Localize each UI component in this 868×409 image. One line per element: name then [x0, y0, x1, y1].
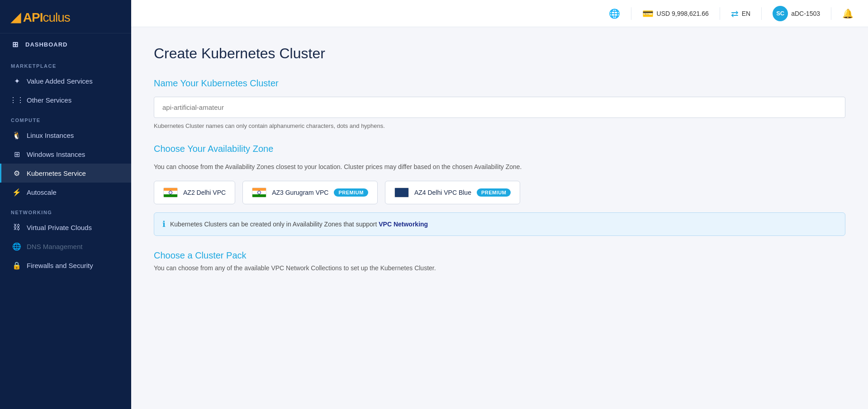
info-icon: ℹ [162, 219, 166, 229]
az2-name: AZ2 Delhi VPC [183, 189, 226, 196]
virtual-private-clouds-label: Virtual Private Clouds [27, 224, 92, 231]
compute-section-label: COMPUTE [0, 109, 131, 126]
dashboard-label: DASHBOARD [25, 41, 68, 48]
sidebar-item-autoscale[interactable]: ⚡ Autoscale [0, 183, 131, 202]
premium-badge-az3: PREMIUM [334, 188, 368, 197]
az-card-delhi-blue[interactable]: AZ4 Delhi VPC Blue PREMIUM [385, 181, 521, 204]
name-hint: Kubernetes Cluster names can only contai… [154, 122, 845, 129]
sidebar: ◢ APIculus ⊞ DASHBOARD MARKETPLACE ✦ Val… [0, 0, 131, 409]
sidebar-item-kubernetes-service[interactable]: ⚙ Kubernetes Service [0, 164, 131, 183]
translate-icon: ⇄ [731, 8, 739, 19]
blue-flag-az4 [394, 188, 409, 197]
page-title: Create Kubernetes Cluster [154, 45, 845, 62]
linux-instances-label: Linux Instances [27, 132, 74, 139]
az4-name: AZ4 Delhi VPC Blue [414, 189, 471, 196]
az3-name: AZ3 Gurugram VPC [272, 189, 328, 196]
currency-item[interactable]: 💳 USD 9,998,621.66 [642, 8, 709, 19]
vpc-info-box: ℹ Kubernetes Clusters can be created onl… [154, 212, 845, 236]
windows-instances-label: Windows Instances [27, 150, 85, 158]
sidebar-item-value-added-services[interactable]: ✦ Value Added Services [0, 71, 131, 90]
az-card-gurugram[interactable]: AZ3 Gurugram VPC PREMIUM [242, 181, 378, 204]
app-logo: ◢ APIculus [11, 10, 70, 25]
linux-icon: 🐧 [12, 131, 21, 140]
windows-icon: ⊞ [12, 150, 21, 159]
logo-icon: ◢ [11, 10, 20, 24]
flag-stripe-mid [164, 191, 177, 194]
sidebar-item-virtual-private-clouds[interactable]: ⛓ Virtual Private Clouds [0, 218, 131, 237]
topbar-divider-1 [631, 7, 631, 20]
language-value: EN [742, 10, 750, 17]
globe-item[interactable]: 🌐 [609, 8, 620, 19]
topbar-divider-3 [761, 7, 762, 20]
sidebar-item-other-services[interactable]: ⋮⋮ Other Services [0, 90, 131, 109]
vpc-info-static: Kubernetes Clusters can be created only … [170, 221, 377, 228]
ashoka-chakra [169, 191, 172, 194]
sidebar-item-dashboard[interactable]: ⊞ DASHBOARD [0, 33, 131, 55]
marketplace-section-label: MARKETPLACE [0, 55, 131, 71]
flag-stripe-bot [252, 194, 266, 197]
autoscale-icon: ⚡ [12, 188, 21, 197]
topbar-divider-4 [831, 7, 831, 20]
logo-suffix: culus [43, 10, 70, 24]
vpc-networking-link[interactable]: VPC Networking [379, 221, 428, 228]
cluster-pack-title: Choose a Cluster Pack [154, 250, 845, 261]
dns-icon: 🌐 [12, 242, 21, 251]
vpc-info-text: Kubernetes Clusters can be created only … [170, 221, 428, 228]
topbar-divider-2 [720, 7, 720, 20]
logo-area: ◢ APIculus [0, 0, 131, 33]
globe-icon: 🌐 [609, 8, 620, 19]
india-flag-az2 [163, 188, 178, 197]
other-services-label: Other Services [27, 96, 71, 104]
az-description: You can choose from the Availability Zon… [154, 162, 845, 172]
kubernetes-service-label: Kubernetes Service [27, 169, 86, 177]
india-flag-az3 [252, 188, 266, 197]
dns-management-label: DNS Management [27, 243, 82, 250]
vpc-icon: ⛓ [12, 223, 21, 232]
firewalls-label: Firewalls and Security [27, 262, 93, 269]
notification-bell-icon[interactable]: 🔔 [842, 8, 854, 19]
topbar: 🌐 💳 USD 9,998,621.66 ⇄ EN SC aDC-1503 🔔 [131, 0, 868, 27]
currency-value: USD 9,998,621.66 [657, 10, 709, 17]
kubernetes-icon: ⚙ [12, 169, 21, 178]
user-label: aDC-1503 [791, 10, 820, 17]
dashboard-icon: ⊞ [11, 40, 20, 49]
logo-prefix: API [23, 10, 43, 24]
networking-section-label: NETWORKING [0, 202, 131, 218]
az-section-title: Choose Your Availability Zone [154, 144, 845, 154]
az-card-list: AZ2 Delhi VPC AZ3 Gurugram VPC PREMIUM A… [154, 181, 845, 204]
flag-stripe-mid [252, 191, 266, 194]
wallet-icon: 💳 [642, 8, 654, 19]
az-card-delhi[interactable]: AZ2 Delhi VPC [154, 181, 235, 204]
ashoka-chakra [257, 191, 261, 194]
main-content: Create Kubernetes Cluster Name Your Kube… [131, 27, 868, 409]
language-item[interactable]: ⇄ EN [731, 8, 750, 19]
avatar: SC [773, 6, 788, 21]
value-added-services-label: Value Added Services [27, 77, 93, 85]
sidebar-item-linux-instances[interactable]: 🐧 Linux Instances [0, 126, 131, 145]
sidebar-item-firewalls-and-security[interactable]: 🔒 Firewalls and Security [0, 256, 131, 275]
premium-badge-az4: PREMIUM [477, 188, 511, 197]
main-area: 🌐 💳 USD 9,998,621.66 ⇄ EN SC aDC-1503 🔔 … [131, 0, 868, 409]
value-added-services-icon: ✦ [12, 76, 21, 85]
other-services-icon: ⋮⋮ [12, 95, 21, 104]
autoscale-label: Autoscale [27, 188, 57, 196]
cluster-name-input[interactable] [154, 97, 845, 118]
flag-stripe-bot [164, 194, 177, 197]
name-section-title: Name Your Kubernetes Cluster [154, 78, 845, 89]
user-initials: SC [776, 10, 784, 17]
sidebar-item-dns-management: 🌐 DNS Management [0, 237, 131, 256]
user-item[interactable]: SC aDC-1503 [773, 6, 820, 21]
firewall-icon: 🔒 [12, 261, 21, 270]
sidebar-item-windows-instances[interactable]: ⊞ Windows Instances [0, 145, 131, 164]
cluster-pack-desc: You can choose from any of the available… [154, 264, 845, 272]
